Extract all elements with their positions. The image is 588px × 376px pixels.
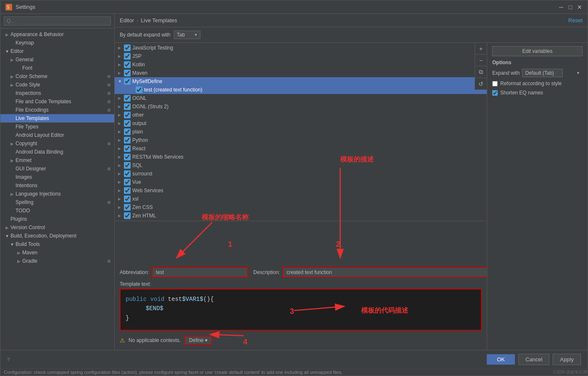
reset-button[interactable]: Reset: [568, 17, 583, 24]
template-group-ognl-struts2[interactable]: ▶ OGNL (Struts 2): [115, 102, 487, 111]
sidebar-item-language-injections[interactable]: ▶ Language Injections: [0, 190, 114, 198]
sidebar-item-color-scheme[interactable]: ▶ Color Scheme ⚙: [0, 72, 114, 81]
sidebar-item-gradle[interactable]: ▶ Gradle ⚙: [0, 257, 114, 265]
sidebar-item-spelling[interactable]: Spelling ⚙: [0, 198, 114, 206]
apply-button[interactable]: Apply: [553, 354, 581, 365]
template-code-area[interactable]: public void test$VAR1$(){ $END$ }: [120, 289, 482, 331]
template-group-restful[interactable]: ▶ RESTful Web Services: [115, 153, 487, 161]
copy-template-button[interactable]: ⧉: [475, 66, 487, 78]
add-template-button[interactable]: +: [475, 43, 487, 55]
template-group-web-services[interactable]: ▶ Web Services: [115, 186, 487, 195]
group-checkbox[interactable]: [124, 78, 131, 85]
sidebar-item-general[interactable]: ▶ General: [0, 55, 114, 64]
sidebar-item-file-types[interactable]: File Types: [0, 123, 114, 131]
edit-variables-button[interactable]: Edit variables: [492, 46, 583, 56]
ok-button[interactable]: OK: [487, 354, 515, 365]
sidebar-item-images[interactable]: Images: [0, 173, 114, 181]
expand-with-select[interactable]: Tab Enter Space: [174, 31, 200, 39]
group-checkbox[interactable]: [124, 162, 131, 169]
sidebar-item-code-style[interactable]: ▶ Code Style ⚙: [0, 81, 114, 89]
define-button[interactable]: Define ▾: [184, 336, 213, 345]
help-icon[interactable]: ?: [7, 357, 10, 362]
group-checkbox[interactable]: [124, 137, 131, 144]
template-group-output[interactable]: ▶ output: [115, 119, 487, 128]
template-group-vue[interactable]: ▶ Vue: [115, 178, 487, 186]
minimize-button[interactable]: ─: [558, 4, 564, 10]
template-group-myselfdefine[interactable]: ▼ MySelfDefine: [115, 77, 487, 86]
group-checkbox[interactable]: [124, 103, 131, 110]
group-checkbox[interactable]: [124, 204, 131, 211]
sidebar-item-build-execution[interactable]: ▼ Build, Execution, Deployment: [0, 232, 114, 240]
template-item-test[interactable]: test (created text function): [115, 86, 487, 94]
bottom-button-row: ? OK Cancel Apply: [0, 350, 588, 368]
sidebar-item-intentions[interactable]: Intentions: [0, 181, 114, 190]
template-group-jsp[interactable]: ▶ JSP: [115, 52, 487, 60]
description-input[interactable]: [282, 267, 487, 278]
group-checkbox[interactable]: [124, 95, 131, 102]
template-group-other[interactable]: ▶ other: [115, 111, 487, 119]
template-group-kotlin[interactable]: ▶ Kotlin: [115, 60, 487, 69]
maximize-button[interactable]: □: [567, 4, 573, 10]
sidebar-item-keymap[interactable]: Keymap: [0, 39, 114, 47]
sidebar-item-emmet[interactable]: ▶ Emmet: [0, 156, 114, 164]
shorten-eq-checkbox[interactable]: [492, 90, 498, 96]
group-checkbox[interactable]: [124, 70, 131, 76]
template-group-javascript-testing[interactable]: ▶ JavaScript Testing: [115, 44, 487, 52]
item-checkbox[interactable]: [136, 86, 142, 93]
code-line-2: $END$: [126, 304, 476, 313]
sidebar-item-android-layout[interactable]: Android Layout Editor: [0, 131, 114, 139]
group-checkbox[interactable]: [124, 187, 131, 194]
sidebar-item-editor[interactable]: ▼ Editor: [0, 47, 114, 55]
group-checkbox[interactable]: [124, 154, 131, 160]
group-checkbox[interactable]: [124, 128, 131, 135]
group-arrow: ▶: [118, 121, 124, 125]
template-group-plain[interactable]: ▶ plain: [115, 128, 487, 136]
template-group-zen-html[interactable]: ▶ Zen HTML: [115, 212, 487, 220]
sidebar-item-file-encodings[interactable]: File Encodings ⚙: [0, 106, 114, 114]
sidebar-item-label: Build Tools: [16, 241, 40, 247]
group-arrow: ▶: [118, 197, 124, 201]
group-checkbox[interactable]: [124, 179, 131, 185]
sidebar-item-appearance[interactable]: ▶ Appearance & Behavior: [0, 30, 114, 39]
template-group-ognl[interactable]: ▶ OGNL: [115, 94, 487, 102]
expand-with-option-select[interactable]: Default (Tab) Tab Enter Space: [522, 69, 563, 77]
template-group-react[interactable]: ▶ React: [115, 144, 487, 153]
sidebar-item-copyright[interactable]: ▶ Copyright ⚙: [0, 139, 114, 148]
group-checkbox[interactable]: [124, 112, 131, 118]
sidebar-item-inspections[interactable]: Inspections ⚙: [0, 89, 114, 97]
group-checkbox[interactable]: [124, 53, 131, 60]
sidebar-item-maven[interactable]: ▶ Maven: [0, 248, 114, 257]
group-checkbox[interactable]: [124, 212, 131, 219]
template-group-maven[interactable]: ▶ Maven: [115, 69, 487, 77]
group-checkbox[interactable]: [124, 196, 131, 202]
remove-template-button[interactable]: −: [475, 55, 487, 66]
sidebar-item-gui-designer[interactable]: GUI Designer ⚙: [0, 164, 114, 173]
template-group-sql[interactable]: ▶ SQL: [115, 161, 487, 170]
template-group-surround[interactable]: ▶ surround: [115, 170, 487, 178]
expand-icon: [9, 39, 16, 46]
group-checkbox[interactable]: [124, 170, 131, 177]
close-button[interactable]: ✕: [577, 4, 583, 10]
template-group-zen-css[interactable]: ▶ Zen CSS: [115, 203, 487, 212]
group-checkbox[interactable]: [124, 61, 131, 68]
group-checkbox[interactable]: [124, 120, 131, 127]
sidebar-item-file-templates[interactable]: File and Code Templates ⚙: [0, 97, 114, 106]
group-arrow: ▶: [118, 71, 124, 75]
sidebar-item-android-data-binding[interactable]: Android Data Binding: [0, 148, 114, 156]
sidebar-item-plugins[interactable]: Plugins: [0, 215, 114, 223]
restore-template-button[interactable]: ↺: [475, 78, 487, 90]
sidebar-item-font[interactable]: Font: [0, 64, 114, 72]
sidebar-item-todo[interactable]: TODO: [0, 206, 114, 215]
template-group-python[interactable]: ▶ Python: [115, 136, 487, 144]
template-group-xsl[interactable]: ▶ xsl: [115, 195, 487, 203]
expand-icon: [9, 98, 16, 105]
sidebar-item-version-control[interactable]: ▶ Version Control: [0, 223, 114, 232]
group-checkbox[interactable]: [124, 145, 131, 152]
sidebar-item-live-templates[interactable]: Live Templates: [0, 114, 114, 123]
reformat-checkbox[interactable]: [492, 81, 498, 86]
group-checkbox[interactable]: [124, 44, 131, 51]
abbreviation-input[interactable]: [152, 267, 248, 278]
search-input[interactable]: [4, 16, 111, 26]
sidebar-item-build-tools[interactable]: ▼ Build Tools: [0, 240, 114, 248]
cancel-button[interactable]: Cancel: [518, 354, 549, 365]
